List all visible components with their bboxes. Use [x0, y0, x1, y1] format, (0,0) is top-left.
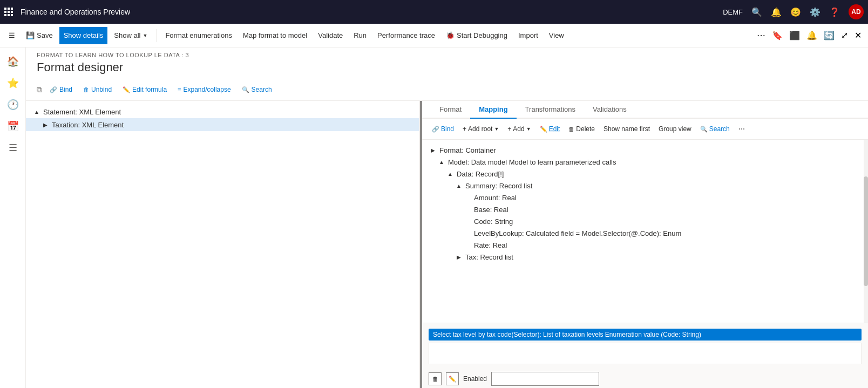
unbind-btn[interactable]: 🗑 Unbind	[80, 82, 115, 97]
format-enum-btn[interactable]: Format enumerations	[161, 27, 236, 44]
show-all-btn[interactable]: Show all ▼	[110, 27, 152, 44]
page-header: FORMAT TO LEARN HOW TO LOOKUP LE DATA : …	[26, 47, 868, 101]
save-icon: 💾	[26, 31, 35, 39]
map-item-data[interactable]: ▲ Data: Record[!]	[422, 168, 864, 180]
map-item-tax[interactable]: ▶ Tax: Record list	[422, 251, 864, 263]
mapping-pane: Format Mapping Transformations Validatio…	[422, 101, 868, 388]
map-bind-icon: 🔗	[432, 126, 439, 133]
enabled-input[interactable]	[491, 372, 599, 386]
bind-btn[interactable]: 🔗 Bind	[46, 82, 76, 97]
edit-map-icon: ✏️	[540, 126, 547, 133]
start-debug-btn[interactable]: 🐞 Start Debugging	[442, 27, 512, 44]
map-item-summary[interactable]: ▲ Summary: Record list	[422, 180, 864, 192]
tree-item-statement[interactable]: ▲ Statement: XML Element	[26, 105, 419, 118]
expand-collapse-btn[interactable]: ≡ Expand/collapse	[174, 82, 234, 97]
user-avatar[interactable]: AD	[849, 4, 864, 19]
badge-icon[interactable]: 🔔	[804, 28, 819, 43]
settings-icon[interactable]: ⚙️	[810, 7, 820, 17]
tab-transformations[interactable]: Transformations	[517, 101, 584, 119]
tree-expand-statement[interactable]: ▲	[32, 107, 41, 116]
search-icon-tb: 🔍	[242, 86, 249, 93]
nav-clock-icon[interactable]: 🕐	[3, 95, 23, 114]
formula-input[interactable]	[429, 343, 862, 364]
unbind-icon: 🗑	[83, 86, 89, 93]
topbar: Finance and Operations Preview DEMF 🔍 🔔 …	[0, 0, 868, 24]
show-name-first-btn[interactable]: Show name first	[600, 122, 653, 136]
svg-rect-0	[4, 8, 6, 10]
map-item-levelbylookup[interactable]: ▶ LevelByLookup: Calculated field = Mode…	[422, 227, 864, 239]
pane-icon[interactable]: ⬛	[787, 28, 802, 43]
refresh-icon[interactable]: 🔄	[822, 28, 837, 43]
map-search-icon: 🔍	[700, 126, 708, 133]
expand-icon[interactable]: ⤢	[839, 28, 850, 43]
map-format-btn[interactable]: Map format to model	[239, 27, 311, 44]
more-icon[interactable]: ⋯	[755, 28, 768, 43]
formula-edit-btn[interactable]: ✏️	[446, 372, 459, 385]
bookmark-icon[interactable]: 🔖	[770, 28, 785, 43]
enabled-label: Enabled	[463, 375, 487, 383]
nav-star-icon[interactable]: ⭐	[3, 73, 23, 93]
tab-validations[interactable]: Validations	[584, 101, 635, 119]
hamburger-btn[interactable]: ☰	[4, 27, 19, 44]
svg-rect-6	[4, 14, 6, 16]
group-view-btn[interactable]: Group view	[655, 122, 695, 136]
edit-icon: ✏️	[123, 86, 130, 93]
debug-icon: 🐞	[446, 31, 455, 39]
map-item-code[interactable]: ▶ Code: String	[422, 215, 864, 227]
tab-mapping[interactable]: Mapping	[470, 101, 516, 119]
close-icon[interactable]: ✕	[852, 28, 864, 43]
format-tree: ▲ Statement: XML Element ▶ Taxation: XML…	[26, 101, 419, 388]
map-item-format[interactable]: ▶ Format: Container	[422, 144, 864, 156]
nav-home-icon[interactable]: 🏠	[3, 52, 23, 71]
import-btn[interactable]: Import	[514, 27, 542, 44]
mapping-tree: ▶ Format: Container ▲ Model: Data model …	[422, 140, 864, 323]
add-root-btn[interactable]: + Add root ▼	[459, 122, 502, 136]
map-search-btn[interactable]: 🔍 Search	[697, 122, 733, 136]
delete-btn[interactable]: 🗑 Delete	[565, 122, 598, 136]
bell-icon[interactable]: 🔔	[771, 7, 782, 17]
nav-list-icon[interactable]: ☰	[3, 138, 23, 158]
add-btn[interactable]: + Add ▼	[504, 122, 534, 136]
help-icon[interactable]: ❓	[829, 7, 840, 17]
map-item-rate[interactable]: ▶ Rate: Real	[422, 239, 864, 251]
svg-rect-7	[8, 14, 10, 16]
tree-expand-taxation[interactable]: ▶	[41, 120, 50, 129]
add-root-chevron: ▼	[494, 126, 499, 132]
perf-trace-btn[interactable]: Performance trace	[373, 27, 439, 44]
bind-icon: 🔗	[50, 86, 57, 93]
content-area: FORMAT TO LEARN HOW TO LOOKUP LE DATA : …	[26, 47, 868, 388]
svg-rect-4	[8, 11, 10, 13]
more-map-btn[interactable]: ⋯	[735, 122, 748, 136]
edit-map-btn[interactable]: ✏️ Edit	[537, 122, 564, 136]
breadcrumb: FORMAT TO LEARN HOW TO LOOKUP LE DATA : …	[37, 52, 857, 58]
map-bind-btn[interactable]: 🔗 Bind	[429, 122, 457, 136]
topbar-right: DEMF 🔍 🔔 😊 ⚙️ ❓ AD	[723, 4, 864, 19]
nav-calendar-icon[interactable]: 📅	[3, 117, 23, 136]
validate-btn[interactable]: Validate	[314, 27, 347, 44]
app-grid-icon[interactable]	[4, 6, 15, 17]
map-item-model[interactable]: ▲ Model: Data model Model to learn param…	[422, 156, 864, 168]
save-btn[interactable]: 💾 Save	[22, 27, 57, 44]
scroll-thumb	[864, 176, 868, 286]
tab-format[interactable]: Format	[431, 101, 470, 119]
map-item-amount[interactable]: ▶ Amount: Real	[422, 192, 864, 203]
edit-formula-btn[interactable]: ✏️ Edit formula	[119, 82, 170, 97]
face-icon[interactable]: 😊	[790, 7, 801, 17]
svg-rect-1	[8, 8, 10, 10]
add-chevron: ▼	[526, 126, 531, 132]
filter-icon[interactable]: ⧉	[37, 85, 42, 94]
mapping-scrollbar[interactable]	[864, 140, 868, 323]
formula-delete-btn[interactable]: 🗑	[429, 372, 442, 385]
show-details-btn[interactable]: Show details	[59, 27, 108, 44]
show-all-chevron: ▼	[143, 33, 148, 38]
left-nav: 🏠 ⭐ 🕐 📅 ☰	[0, 47, 26, 388]
map-item-base[interactable]: ▶ Base: Real	[422, 203, 864, 215]
formula-selected-text: Select tax level by tax code(Selector): …	[429, 329, 862, 341]
formula-bar: Select tax level by tax code(Selector): …	[422, 323, 868, 370]
run-btn[interactable]: Run	[349, 27, 371, 44]
search-btn[interactable]: 🔍 Search	[239, 82, 275, 97]
view-btn[interactable]: View	[545, 27, 568, 44]
search-icon-top[interactable]: 🔍	[751, 7, 762, 17]
tree-item-taxation[interactable]: ▶ Taxation: XML Element	[26, 118, 419, 131]
formula-section: Select tax level by tax code(Selector): …	[422, 323, 868, 388]
